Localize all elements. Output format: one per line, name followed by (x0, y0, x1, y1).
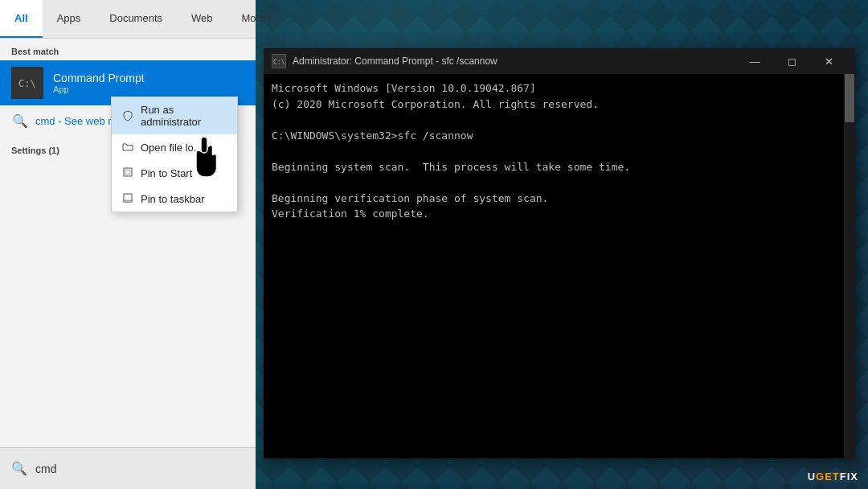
context-pin-to-taskbar[interactable]: Pin to taskbar (112, 186, 237, 212)
best-match-text: Command Prompt App (53, 72, 145, 94)
folder-icon (121, 141, 134, 154)
tab-web[interactable]: Web (177, 0, 227, 38)
context-menu: Run as administrator Open file lo... Pin… (111, 97, 238, 212)
start-menu: All Apps Documents Web More ▾ Best match… (0, 0, 256, 489)
tabs-bar: All Apps Documents Web More ▾ (0, 0, 256, 39)
svg-rect-1 (124, 168, 132, 176)
search-bar: 🔍 (0, 447, 256, 489)
window-controls: — ◻ ✕ (736, 48, 847, 74)
shield-icon (121, 109, 134, 122)
cmd-scrollbar[interactable] (844, 74, 855, 458)
watermark: UGETFIX (808, 471, 858, 483)
restore-button[interactable]: ◻ (773, 48, 810, 74)
svg-rect-2 (125, 170, 130, 175)
svg-rect-4 (124, 200, 132, 202)
cmd-window: C:\ Administrator: Command Prompt - sfc … (264, 48, 855, 458)
cmd-scrollbar-thumb[interactable] (845, 74, 854, 122)
search-bar-icon: 🔍 (11, 461, 27, 476)
cmd-title-icon: C:\ (272, 54, 286, 68)
context-open-file-location[interactable]: Open file lo... (112, 134, 237, 160)
tab-all[interactable]: All (0, 0, 43, 38)
best-match-label: Best match (0, 39, 256, 60)
pin-start-icon (121, 166, 134, 179)
tab-documents[interactable]: Documents (95, 0, 177, 38)
pin-taskbar-icon (121, 192, 134, 205)
search-input[interactable] (35, 462, 244, 475)
close-button[interactable]: ✕ (810, 48, 847, 74)
svg-text:C:\: C:\ (273, 59, 285, 65)
context-pin-to-start[interactable]: Pin to Start (112, 160, 237, 186)
tab-more[interactable]: More ▾ (227, 0, 287, 38)
cmd-body: Microsoft Windows [Version 10.0.19042.86… (264, 74, 855, 458)
web-search-icon: 🔍 (11, 112, 29, 129)
cmd-icon: C:\ (11, 67, 43, 99)
svg-text:C:\: C:\ (18, 78, 36, 89)
tab-apps[interactable]: Apps (43, 0, 96, 38)
cmd-title-text: Administrator: Command Prompt - sfc /sca… (293, 55, 730, 67)
more-arrow-icon: ▾ (268, 14, 272, 23)
context-run-as-admin[interactable]: Run as administrator (112, 97, 237, 134)
cmd-output: Microsoft Windows [Version 10.0.19042.86… (272, 80, 847, 222)
cmd-titlebar: C:\ Administrator: Command Prompt - sfc … (264, 48, 855, 74)
minimize-button[interactable]: — (736, 48, 773, 74)
